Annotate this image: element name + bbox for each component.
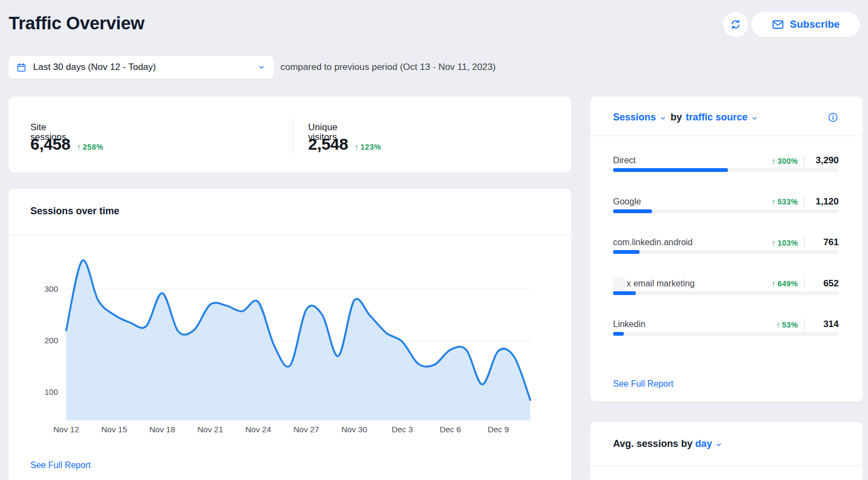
date-range-value: Last 30 days (Nov 12 - Today) [33, 62, 258, 73]
up-arrow-icon: ↑ [771, 279, 776, 288]
value-divider [804, 278, 805, 289]
see-full-report-link[interactable]: See Full Report [613, 380, 673, 388]
chevron-down-icon [751, 115, 758, 121]
card-header-divider [590, 136, 863, 136]
traffic-source-label: x email marketing [613, 277, 694, 290]
chevron-down-icon [258, 63, 265, 71]
x-axis-tick-label: Dec 9 [488, 425, 509, 434]
comparison-period-text: compared to previous period (Oct 13 - No… [280, 56, 496, 79]
kpi-change-badge: ↑258% [77, 142, 104, 151]
metric-dropdown[interactable]: Sessions [613, 112, 656, 123]
avg-dimension-dropdown[interactable]: day [695, 438, 712, 450]
x-axis-tick-label: Dec 6 [439, 425, 461, 434]
refresh-icon [730, 18, 742, 30]
x-axis-tick-label: Nov 15 [101, 425, 127, 434]
progress-bar-fill [613, 250, 640, 254]
x-axis-tick-label: Nov 30 [341, 425, 367, 434]
avg-sessions-card: Avg. sessions by day [590, 422, 863, 480]
traffic-source-row: x email marketing↑649%652 [613, 274, 839, 308]
traffic-source-change: ↑300% [771, 156, 798, 165]
refresh-button[interactable] [723, 12, 748, 37]
x-axis-tick-label: Dec 3 [392, 425, 413, 434]
y-axis-tick-label: 200 [44, 336, 58, 345]
up-arrow-icon: ↑ [776, 320, 780, 329]
kpi-value: 6,458 [30, 136, 71, 153]
progress-bar-fill [613, 209, 652, 213]
redacted-label-prefix [613, 277, 625, 290]
info-icon[interactable] [827, 112, 839, 123]
traffic-source-value: 3,290 [810, 155, 839, 166]
up-arrow-icon: ↑ [771, 238, 776, 247]
traffic-source-card: Sessions by traffic source Direct↑300%3,… [590, 97, 863, 401]
calendar-icon [16, 62, 27, 73]
x-axis-tick-label: Nov 27 [293, 425, 320, 434]
traffic-source-label: Linkedin [613, 319, 646, 329]
progress-bar-track [613, 291, 839, 295]
value-divider [804, 237, 805, 248]
see-full-report-link[interactable]: See Full Report [30, 461, 91, 470]
traffic-source-header: Sessions by traffic source [613, 112, 839, 123]
dimension-dropdown[interactable]: traffic source [686, 112, 748, 123]
by-label: by [671, 112, 682, 123]
up-arrow-icon: ↑ [771, 156, 776, 165]
traffic-source-value: 314 [810, 319, 839, 330]
progress-bar-track [613, 209, 839, 213]
avg-sessions-label: Avg. sessions by [613, 438, 692, 450]
subscribe-button[interactable]: Subscribe [751, 12, 860, 37]
traffic-source-label: com.linkedin.android [613, 238, 693, 247]
traffic-source-row: Direct↑300%3,290 [613, 151, 839, 184]
subscribe-label: Subscribe [790, 18, 840, 30]
kpi-value: 2,548 [308, 136, 348, 153]
up-arrow-icon: ↑ [771, 197, 776, 206]
sessions-over-time-card: Sessions over time 300200100Nov 12Nov 15… [9, 189, 571, 480]
y-axis-tick-label: 100 [44, 387, 58, 396]
traffic-source-label: Direct [613, 156, 636, 165]
x-axis-tick-label: Nov 21 [197, 425, 224, 434]
x-axis-tick-label: Nov 24 [245, 425, 271, 434]
up-arrow-icon: ↑ [77, 142, 81, 151]
x-axis-tick-label: Nov 18 [149, 425, 175, 434]
traffic-source-label: Google [613, 197, 641, 207]
chevron-down-icon [716, 441, 722, 448]
progress-bar-track [613, 332, 839, 336]
up-arrow-icon: ↑ [355, 142, 359, 151]
value-divider [804, 196, 805, 207]
date-range-dropdown[interactable]: Last 30 days (Nov 12 - Today) [9, 56, 274, 79]
sessions-area-chart: 300200100Nov 12Nov 15Nov 18Nov 21Nov 24N… [9, 189, 571, 480]
progress-bar-track [613, 168, 839, 172]
traffic-source-row: Google↑533%1,120 [613, 192, 839, 226]
chevron-down-icon [660, 115, 666, 121]
traffic-source-change: ↑649% [771, 279, 798, 288]
kpi-summary-card: Site sessions 6,458 ↑258% Unique visitor… [9, 97, 571, 172]
traffic-source-row: Linkedin↑53%314 [613, 315, 839, 348]
traffic-source-change: ↑533% [771, 197, 798, 206]
envelope-icon [771, 18, 784, 31]
traffic-source-value: 652 [810, 278, 839, 289]
traffic-source-row: com.linkedin.android↑103%761 [613, 233, 839, 266]
y-axis-tick-label: 300 [44, 284, 58, 293]
progress-bar-track [613, 250, 839, 254]
kpi-change-badge: ↑123% [355, 142, 381, 151]
card-header-divider [590, 465, 863, 466]
traffic-source-change: ↑53% [776, 320, 798, 329]
traffic-source-value: 1,120 [810, 196, 839, 207]
traffic-source-value: 761 [810, 237, 839, 248]
avg-sessions-header: Avg. sessions by day [613, 438, 726, 450]
kpi-divider [293, 117, 293, 156]
progress-bar-fill [613, 332, 624, 336]
x-axis-tick-label: Nov 12 [53, 425, 79, 434]
traffic-source-change: ↑103% [771, 238, 798, 247]
value-divider [804, 319, 805, 330]
progress-bar-fill [613, 291, 636, 295]
progress-bar-fill [613, 168, 728, 172]
value-divider [804, 155, 805, 166]
page-title: Traffic Overview [9, 13, 144, 34]
